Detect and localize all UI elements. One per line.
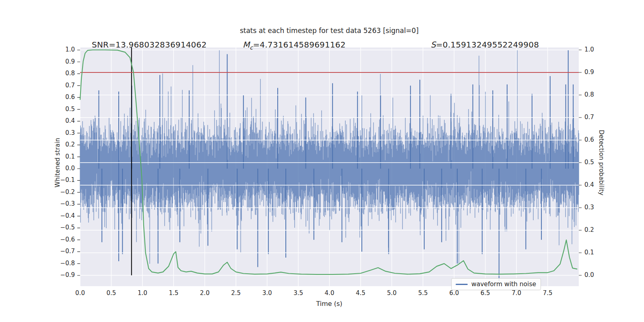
y-left-tick-label: −0.6 xyxy=(60,236,75,243)
y-left-tick-label: −0.9 xyxy=(60,271,75,279)
y-left-tick-label: 0.7 xyxy=(65,82,75,89)
x-tick-label: 4.5 xyxy=(356,289,365,297)
x-tick-label: 5.5 xyxy=(418,289,428,297)
y-right-tick-label: 0.2 xyxy=(584,226,594,233)
y-right-tick-label: 0.3 xyxy=(584,204,594,211)
legend: waveform with noise xyxy=(451,278,541,290)
y-right-tick-label: 0.6 xyxy=(584,136,594,143)
s-symbol: S xyxy=(431,40,436,50)
x-tick-label: 7.0 xyxy=(512,289,521,297)
legend-line-sample xyxy=(456,284,468,285)
x-tick-label: 1.5 xyxy=(169,289,178,297)
y-left-tick-label: −0.3 xyxy=(60,200,75,207)
x-tick-label: 6.5 xyxy=(481,289,490,297)
y-left-tick-label: 0.9 xyxy=(65,58,75,65)
y-left-tick-label: 0.1 xyxy=(65,153,75,160)
s-value: =0.15913249552249908 xyxy=(436,40,539,50)
y-right-tick-label: 0.1 xyxy=(584,249,594,256)
y-left-tick-label: −0.5 xyxy=(60,224,75,231)
legend-label: waveform with noise xyxy=(471,281,536,288)
x-tick-label: 6.0 xyxy=(449,289,459,297)
y-left-tick-label: 0.4 xyxy=(65,117,75,124)
x-tick-label: 3.0 xyxy=(262,289,272,297)
y-left-tick-label: 0.8 xyxy=(65,70,75,77)
y-right-tick-label: 0.4 xyxy=(584,181,594,188)
x-tick-label: 0.0 xyxy=(75,289,85,297)
s-annotation: S=0.15913249552249908 xyxy=(431,40,539,50)
y-right-tick-label: 0.9 xyxy=(584,68,594,76)
y-left-tick-label: −0.7 xyxy=(60,248,75,255)
y-right-tick-label: 0.7 xyxy=(584,114,594,121)
mc-value: =4.731614589691162 xyxy=(253,40,345,50)
x-tick-label: 0.5 xyxy=(107,289,116,297)
x-axis-label: Time (s) xyxy=(316,300,342,308)
y-right-tick-label: 0.8 xyxy=(584,91,594,98)
y-left-tick-label: −0.4 xyxy=(60,212,75,219)
y-left-tick-label: 0.0 xyxy=(65,165,75,172)
y-left-tick-label: 0.3 xyxy=(65,129,75,136)
x-tick-label: 7.5 xyxy=(543,289,553,297)
y-left-tick-label: 1.0 xyxy=(65,46,75,53)
x-tick-label: 2.5 xyxy=(231,289,241,297)
y-left-tick-label: −0.8 xyxy=(60,260,75,267)
x-tick-label: 4.0 xyxy=(325,289,334,297)
x-tick-label: 1.0 xyxy=(138,289,147,297)
y-left-tick-label: −0.2 xyxy=(60,188,75,196)
snr-annotation: SNR=13.968032836914062 xyxy=(92,40,206,50)
chirp-mass-annotation: Mc=4.731614589691162 xyxy=(243,40,346,51)
mc-symbol: M xyxy=(243,40,250,50)
figure: stats at each timestep for test data 526… xyxy=(0,0,644,322)
y-left-tick-label: −0.1 xyxy=(60,176,75,184)
x-tick-label: 5.0 xyxy=(387,289,396,297)
y-left-tick-label: 0.6 xyxy=(65,93,75,101)
y-right-tick-label: 1.0 xyxy=(584,46,594,53)
chart-title: stats at each timestep for test data 526… xyxy=(240,27,419,35)
y-right-tick-label: 0.0 xyxy=(584,271,594,279)
x-tick-label: 3.5 xyxy=(293,289,303,297)
y-axis-label-right: Detection probability xyxy=(598,130,605,196)
x-tick-label: 2.0 xyxy=(200,289,210,297)
y-left-tick-label: 0.2 xyxy=(65,141,75,148)
y-left-tick-label: 0.5 xyxy=(65,105,75,113)
y-right-tick-label: 0.5 xyxy=(584,159,594,166)
